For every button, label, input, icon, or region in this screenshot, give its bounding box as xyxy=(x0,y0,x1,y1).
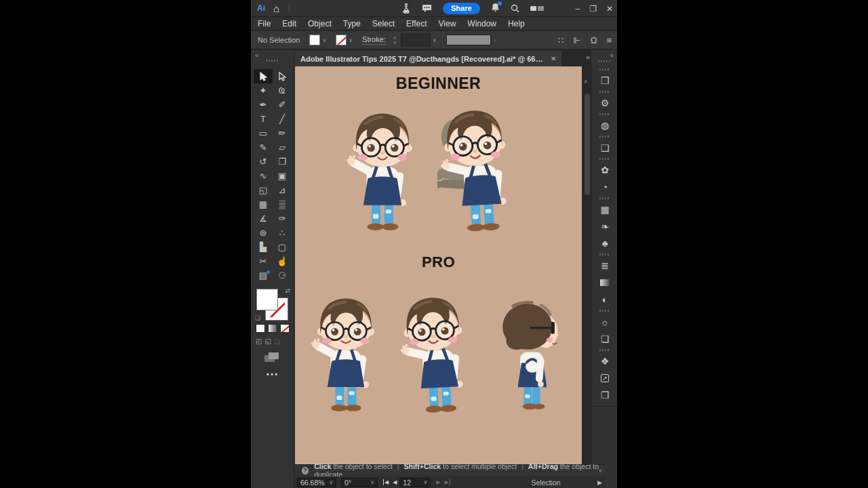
layers-panel-icon[interactable]: ❖ xyxy=(592,352,618,369)
pro-boy-three-quarter[interactable] xyxy=(397,290,479,418)
panel-group-grip[interactable] xyxy=(592,308,618,313)
scale-tool[interactable]: ❐ xyxy=(273,155,292,169)
artboard-panel-icon[interactable]: ❑ xyxy=(592,139,618,156)
close-tab-icon[interactable]: ✕ xyxy=(551,55,556,62)
stroke-chevron-icon[interactable]: ∨ xyxy=(349,37,353,43)
transparency-panel-icon[interactable]: ◐ xyxy=(592,291,618,308)
selection-tool[interactable] xyxy=(254,69,273,83)
column-graph-tool[interactable]: ▙ xyxy=(254,240,273,254)
perspective-grid-tool[interactable]: ⊿ xyxy=(273,183,292,197)
properties-icon[interactable]: ⚙ xyxy=(592,94,618,111)
screen-mode-icon[interactable] xyxy=(264,352,279,363)
stroke-label[interactable]: Stroke: xyxy=(362,35,386,45)
eyedropper-tool[interactable]: ✑ xyxy=(273,211,292,226)
graphic-styles-panel-icon[interactable]: ❏ xyxy=(592,330,618,347)
draw-normal-button[interactable]: ◰ xyxy=(256,338,262,345)
panel-group-grip[interactable] xyxy=(592,111,618,117)
panel-group-grip[interactable] xyxy=(592,134,618,139)
stroke-color-swatch[interactable] xyxy=(336,35,347,45)
blend-tool[interactable]: ⊚ xyxy=(254,226,273,240)
tip-chevron-icon[interactable]: ∨ xyxy=(598,468,602,474)
menu-type[interactable]: Type xyxy=(343,19,361,28)
zoom-level-dropdown[interactable]: 66.68% ∨ xyxy=(297,478,336,487)
first-artboard-button[interactable]: ◀ xyxy=(383,479,389,485)
align-icon[interactable]: ⊩ xyxy=(573,35,580,45)
draw-inside-button[interactable]: ◲ xyxy=(274,338,280,345)
rectangle-tool[interactable]: ▭ xyxy=(254,126,273,140)
direct-selection-tool[interactable] xyxy=(273,69,292,83)
next-artboard-button[interactable]: ▶ xyxy=(436,479,440,485)
eraser-tool[interactable]: ▱ xyxy=(273,140,292,155)
width-profile-dropdown[interactable] xyxy=(446,35,491,45)
stroke-weight-chevron-icon[interactable]: ∨ xyxy=(433,37,437,43)
menu-window[interactable]: Window xyxy=(467,19,496,28)
menu-edit[interactable]: Edit xyxy=(282,19,296,28)
pro-title[interactable]: PRO xyxy=(295,253,582,271)
type-tool[interactable]: T xyxy=(254,112,273,126)
panel-group-grip[interactable] xyxy=(592,156,618,161)
step-up-icon[interactable]: ∧ xyxy=(393,35,396,40)
symbols-panel-icon[interactable]: ♣ xyxy=(592,235,618,251)
menu-select[interactable]: Select xyxy=(372,19,395,28)
menu-effect[interactable]: Effect xyxy=(406,19,427,28)
panel-menu-icon[interactable]: ≡ xyxy=(606,35,612,45)
retype-icon[interactable]: ◍ xyxy=(592,117,618,134)
rotate-tool[interactable]: ↺ xyxy=(254,155,273,169)
color-mode-button[interactable] xyxy=(256,324,265,333)
tab-overflow-icon[interactable]: » xyxy=(586,53,589,61)
mesh-tool[interactable]: ▦ xyxy=(254,197,273,211)
symbol-sprayer-tool[interactable]: ∴ xyxy=(273,226,292,240)
search-icon[interactable] xyxy=(511,4,519,13)
magic-wand-tool[interactable]: ✦ xyxy=(254,83,273,98)
line-segment-tool[interactable]: ╱ xyxy=(273,112,292,126)
fill-color-swatch[interactable] xyxy=(309,35,320,45)
menu-help[interactable]: Help xyxy=(508,19,525,28)
panel-group-grip[interactable] xyxy=(592,251,618,257)
menu-file[interactable]: File xyxy=(258,19,271,28)
shape-builder-tool[interactable]: ◱ xyxy=(254,183,273,197)
notifications-bell-icon[interactable] xyxy=(491,3,500,14)
panel-group-grip[interactable] xyxy=(592,195,618,201)
width-tool[interactable]: ∿ xyxy=(254,169,273,183)
rotation-dropdown[interactable]: 0° ∨ xyxy=(341,478,378,487)
swatches-panel-icon[interactable]: ▦ xyxy=(592,201,618,218)
beginner-title[interactable]: BEGINNER xyxy=(295,75,582,93)
status-bar-expand-icon[interactable]: ▶ xyxy=(597,479,602,486)
gradient-tool[interactable]: ▒ xyxy=(273,197,292,211)
curvature-tool[interactable]: ✐ xyxy=(273,98,292,112)
none-mode-button[interactable] xyxy=(280,324,290,333)
scroll-up-icon[interactable]: ∧ xyxy=(584,79,588,85)
free-transform-tool[interactable]: ▣ xyxy=(273,169,292,183)
comment-icon[interactable] xyxy=(422,4,432,13)
corner-widget-icon[interactable]: Ω xyxy=(591,35,597,45)
gradient-quarter-icon[interactable]: ◔ xyxy=(592,178,618,195)
menu-object[interactable]: Object xyxy=(308,19,332,28)
toolbar-extra-tool[interactable]: ▤ xyxy=(254,268,273,283)
paintbrush-tool[interactable]: ✏ xyxy=(273,126,292,140)
stroke-weight-dropdown[interactable] xyxy=(401,34,431,46)
vertical-scrollbar[interactable]: ∧ xyxy=(582,66,591,464)
fill-chevron-icon[interactable]: ∨ xyxy=(322,37,326,43)
help-icon[interactable]: ? xyxy=(302,467,309,474)
appearance-panel-icon[interactable]: ☼ xyxy=(592,313,618,330)
artboard-tool[interactable]: ▢ xyxy=(273,240,292,254)
beginner-boy-front[interactable] xyxy=(341,107,424,235)
3d-materials-icon[interactable]: ❒ xyxy=(592,72,618,89)
swap-fill-stroke-icon[interactable]: ⇄ xyxy=(285,287,290,294)
gradient-mode-button[interactable] xyxy=(268,324,277,333)
shear-tool[interactable]: ∡ xyxy=(254,211,273,226)
panel-grip[interactable] xyxy=(598,60,612,62)
artboard-number-dropdown[interactable]: 12 ∨ xyxy=(399,478,431,487)
hand-tool[interactable]: ☝ xyxy=(273,254,292,268)
panel-group-grip[interactable] xyxy=(592,347,618,352)
gradient-panel-icon[interactable] xyxy=(592,274,618,291)
collapse-toolbar-icon[interactable]: « xyxy=(255,52,259,59)
close-button[interactable]: ✕ xyxy=(606,4,613,14)
edit-toolbar-icon[interactable]: ••• xyxy=(251,370,294,380)
draw-behind-button[interactable]: ◱ xyxy=(264,338,271,345)
export-panel-icon[interactable]: ↗ xyxy=(592,369,618,386)
expand-panels-icon[interactable]: « xyxy=(610,52,614,59)
beginner-boy-rotated[interactable] xyxy=(437,104,523,235)
panel-group-grip[interactable] xyxy=(592,89,618,94)
share-button[interactable]: Share xyxy=(443,3,480,14)
